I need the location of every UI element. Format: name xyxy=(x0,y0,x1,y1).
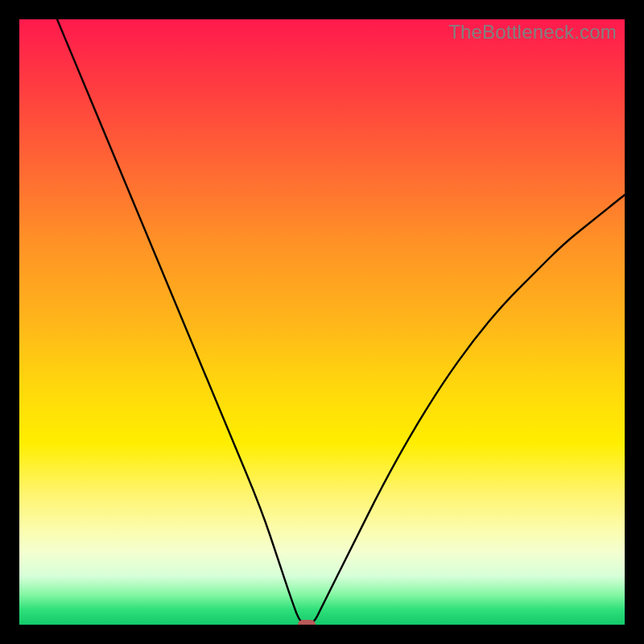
optimal-point-marker xyxy=(298,620,316,625)
bottleneck-curve xyxy=(19,19,625,625)
chart-frame: TheBottleneck.com xyxy=(0,0,644,644)
plot-area: TheBottleneck.com xyxy=(19,19,625,625)
